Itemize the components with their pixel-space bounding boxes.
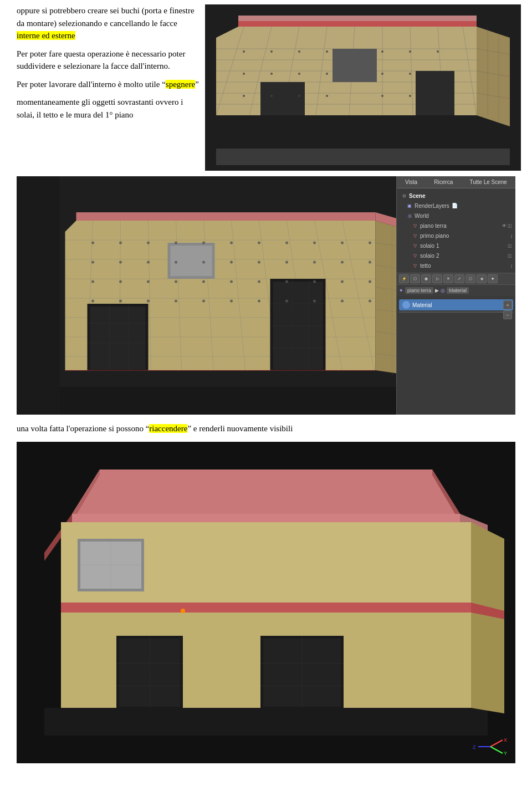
breadcrumb-icon: ✦ <box>399 288 403 293</box>
svg-point-120 <box>147 280 150 283</box>
svg-point-104 <box>313 242 316 244</box>
tetto-label: tetto <box>420 263 431 269</box>
svg-point-131 <box>147 300 150 303</box>
tree-item-piano-terra[interactable]: ▽ piano terra 👁 ◫ <box>400 221 512 231</box>
top-section: oppure si potrebbero creare sei buchi (p… <box>17 0 515 171</box>
svg-marker-149 <box>72 470 460 514</box>
tree-item-solaio2[interactable]: ▽ solaio 2 ◫ <box>400 251 512 261</box>
svg-point-108 <box>119 261 122 264</box>
paragraph-3-cont: momentaneamente gli oggetti sovrastanti … <box>17 96 200 121</box>
svg-point-111 <box>202 261 205 264</box>
page-container: oppure si potrebbero creare sei buchi (p… <box>0 0 532 763</box>
breadcrumb-material[interactable]: Material <box>447 287 469 294</box>
blender-top-image <box>205 4 521 171</box>
toolbar-btn-5[interactable]: ✕ <box>443 274 453 283</box>
material-button[interactable]: Material <box>399 299 513 310</box>
breadcrumb-arrow: ▶ <box>435 288 439 293</box>
panel-header-scene: Tutte Le Scene <box>469 179 507 185</box>
svg-point-28 <box>243 50 245 53</box>
svg-point-40 <box>409 73 411 75</box>
svg-text:X: X <box>504 737 507 743</box>
piano-terra-vis[interactable]: 👁 ◫ <box>502 223 512 228</box>
top-text-block: oppure si potrebbero creare sei buchi (p… <box>17 4 205 126</box>
svg-point-134 <box>230 300 233 303</box>
tetto-vis[interactable]: | <box>511 263 512 268</box>
paragraph-3-pre: Per poter lavorare dall'interno è molto … <box>17 80 166 89</box>
svg-marker-153 <box>72 514 460 522</box>
toolbar-btn-3[interactable]: ◉ <box>421 274 431 283</box>
material-label: Material <box>412 302 432 308</box>
svg-point-109 <box>147 261 150 264</box>
panel-material-section: Material + − <box>399 299 513 313</box>
renderlayers-icon: ▣ <box>406 202 413 210</box>
paragraph-3: Per poter lavorare dall'interno è molto … <box>17 78 200 91</box>
svg-point-137 <box>313 300 316 303</box>
svg-point-31 <box>326 50 328 53</box>
svg-point-133 <box>202 300 205 303</box>
svg-point-29 <box>270 50 273 53</box>
primo-piano-vis[interactable]: | <box>511 233 512 238</box>
tree-item-world[interactable]: ◎ World <box>400 211 512 221</box>
toolbar-btn-8[interactable]: ◈ <box>477 274 487 283</box>
paragraph-1: oppure si potrebbero creare sei buchi (p… <box>17 4 200 42</box>
svg-point-125 <box>285 280 288 283</box>
svg-marker-27 <box>238 21 477 27</box>
scene-tree: ⊙ Scene ▣ RenderLayers 📄 ◎ World ▽ pia <box>397 188 515 273</box>
svg-point-127 <box>341 280 344 283</box>
svg-point-35 <box>243 73 245 75</box>
panel-toolbar: ⚡ ⬡ ◉ ▷ ✕ ⤢ ⬡ ◈ ★ <box>397 273 515 285</box>
solaio2-vis[interactable]: ◫ <box>508 253 512 258</box>
svg-point-121 <box>175 280 177 283</box>
svg-point-42 <box>243 95 245 97</box>
svg-marker-1 <box>216 149 510 165</box>
tree-item-scene[interactable]: ⊙ Scene <box>400 191 512 201</box>
svg-point-123 <box>230 280 233 283</box>
svg-point-98 <box>147 242 150 244</box>
svg-point-44 <box>298 95 300 97</box>
top-image-container <box>205 4 521 171</box>
svg-point-139 <box>369 300 371 303</box>
toolbar-btn-4[interactable]: ▷ <box>432 274 442 283</box>
panel-header: Vista Ricerca Tutte Le Scene <box>397 176 515 188</box>
svg-point-43 <box>270 95 273 97</box>
scene-label: Scene <box>409 193 425 199</box>
svg-point-37 <box>298 73 300 75</box>
material-icon <box>402 301 410 309</box>
panel-breadcrumb: ✦ piano terra ▶ ◎ Material <box>397 285 515 296</box>
primo-piano-icon: ▽ <box>411 232 419 239</box>
tree-item-renderlayers[interactable]: ▣ RenderLayers 📄 <box>400 201 512 211</box>
panel-header-vista: Vista <box>405 179 417 185</box>
svg-point-114 <box>285 261 288 264</box>
remove-material-btn[interactable]: − <box>503 310 512 319</box>
toolbar-btn-6[interactable]: ⤢ <box>454 274 464 283</box>
middle-text-pre: una volta fatta l'operazione si possono … <box>17 424 149 433</box>
tree-item-solaio1[interactable]: ▽ solaio 1 ◫ <box>400 241 512 251</box>
toolbar-btn-9[interactable]: ★ <box>488 274 498 283</box>
highlight-spegnere: spegnere <box>166 80 195 89</box>
svg-point-34 <box>437 50 439 53</box>
toolbar-btn-1[interactable]: ⚡ <box>399 274 409 283</box>
svg-marker-21 <box>477 27 510 126</box>
svg-point-138 <box>341 300 344 303</box>
paragraph-3-post: ” <box>195 80 199 89</box>
toolbar-btn-7[interactable]: ⬡ <box>466 274 475 283</box>
toolbar-btn-2[interactable]: ⬡ <box>410 274 420 283</box>
svg-point-102 <box>258 242 260 244</box>
breadcrumb-icon2: ◎ <box>441 288 445 293</box>
material-divider <box>399 312 513 313</box>
bottom-building-svg: X Y Z <box>17 442 515 763</box>
breadcrumb-piano-terra[interactable]: piano terra <box>405 287 433 294</box>
svg-point-38 <box>326 73 328 75</box>
svg-point-33 <box>409 50 411 53</box>
bottom-building-image: X Y Z <box>17 442 515 763</box>
blender-panel: Vista Ricerca Tutte Le Scene ⊙ Scene ▣ R… <box>396 176 515 415</box>
svg-point-112 <box>230 261 233 264</box>
renderlayers-label: RenderLayers <box>415 203 449 209</box>
svg-point-115 <box>313 261 316 264</box>
tree-item-tetto[interactable]: ▽ tetto | <box>400 261 512 271</box>
solaio1-vis[interactable]: ◫ <box>508 243 512 248</box>
middle-text-paragraph: una volta fatta l'operazione si possono … <box>17 422 515 435</box>
add-material-btn[interactable]: + <box>503 300 512 309</box>
piano-terra-label: piano terra <box>420 223 447 229</box>
tree-item-primo-piano[interactable]: ▽ primo piano | <box>400 231 512 241</box>
